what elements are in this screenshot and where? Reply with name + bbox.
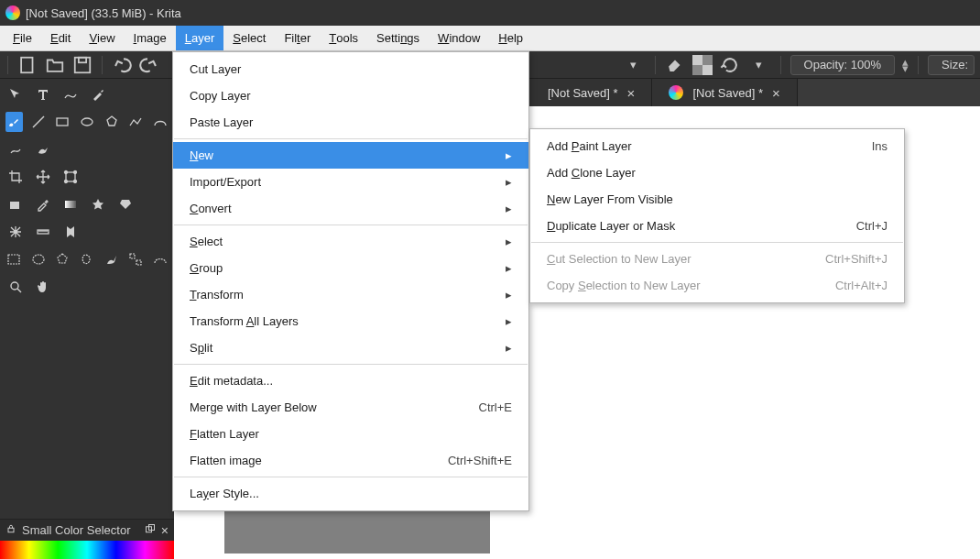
tool-calligraphy-icon[interactable] xyxy=(88,84,108,104)
menu-item-label: Duplicate Layer or Mask xyxy=(547,219,834,233)
tool-crop-icon[interactable] xyxy=(5,167,26,187)
menu-item[interactable]: Group▸ xyxy=(173,255,528,281)
menu-item[interactable]: Add Paint LayerIns xyxy=(530,133,904,159)
menu-item: Cut Selection to New LayerCtrl+Shift+J xyxy=(530,246,904,272)
color-gradient[interactable] xyxy=(0,541,174,559)
menu-item-label: New Layer From Visible xyxy=(547,192,887,206)
opacity-spinner[interactable]: ▴▾ xyxy=(902,59,909,71)
menu-item[interactable]: Import/Export▸ xyxy=(173,169,528,195)
tool-smart-fill-icon[interactable] xyxy=(115,194,136,214)
tool-fill-icon[interactable] xyxy=(5,194,26,214)
menu-item[interactable]: Add Clone Layer xyxy=(530,159,904,186)
menu-item[interactable]: Duplicate Layer or MaskCtrl+J xyxy=(530,213,904,239)
tool-gradient-icon[interactable] xyxy=(60,194,81,214)
tool-pan-icon[interactable] xyxy=(33,277,53,297)
tool-dyna-icon[interactable] xyxy=(33,139,53,159)
tool-freehand-path-icon[interactable] xyxy=(5,139,26,159)
size-slider[interactable]: Size: xyxy=(928,55,975,75)
close-panel-icon[interactable]: × xyxy=(161,523,169,538)
menu-image[interactable]: Image xyxy=(125,26,176,50)
tool-select-contig-icon[interactable] xyxy=(103,249,120,269)
menu-file[interactable]: File xyxy=(4,26,41,50)
tool-brush-icon[interactable] xyxy=(5,112,23,132)
toolbar-open-icon[interactable] xyxy=(45,55,65,75)
tool-select-free-icon[interactable] xyxy=(79,249,96,269)
tool-ellipse-icon[interactable] xyxy=(79,112,96,132)
toolbar-new-icon[interactable] xyxy=(17,55,38,75)
menu-bar: FileEditViewImageLayerSelectFilterToolsS… xyxy=(0,26,980,51)
menu-layer[interactable]: Layer xyxy=(176,26,224,50)
menu-item-label: Edit metadata... xyxy=(190,374,512,388)
menu-settings[interactable]: Settings xyxy=(367,26,429,50)
tool-select-bezier-icon[interactable] xyxy=(151,249,169,269)
submenu-arrow-icon: ▸ xyxy=(506,202,512,215)
tool-edit-shapes-icon[interactable] xyxy=(60,84,81,104)
toolbar-undo-icon[interactable] xyxy=(112,55,132,75)
menu-item[interactable]: Merge with Layer BelowCtrl+E xyxy=(173,394,528,421)
tool-measure-icon[interactable] xyxy=(33,222,53,242)
menu-item[interactable]: Paste Layer xyxy=(173,109,528,136)
menu-item[interactable]: Flatten imageCtrl+Shift+E xyxy=(173,447,528,474)
dropdown-icon[interactable]: ▾ xyxy=(622,55,646,75)
separator xyxy=(655,56,656,74)
menu-edit[interactable]: Edit xyxy=(41,26,80,50)
float-panel-icon[interactable] xyxy=(145,523,156,537)
tool-line-icon[interactable] xyxy=(30,112,48,132)
close-icon[interactable]: × xyxy=(627,85,636,101)
tool-assistants-icon[interactable] xyxy=(5,222,26,242)
menu-help[interactable]: Help xyxy=(489,26,532,50)
menu-tools[interactable]: Tools xyxy=(320,26,367,50)
tool-rectangle-icon[interactable] xyxy=(54,112,71,132)
toolbar-save-icon[interactable] xyxy=(72,55,93,75)
reload-preset-icon[interactable] xyxy=(720,55,740,75)
menu-item[interactable]: Transform All Layers▸ xyxy=(173,308,528,334)
tool-bezier-icon[interactable] xyxy=(151,112,169,132)
tool-transform-icon[interactable] xyxy=(5,84,26,104)
svg-point-17 xyxy=(33,255,44,264)
menu-item[interactable]: New Layer From Visible xyxy=(530,186,904,213)
menu-item[interactable]: Transform▸ xyxy=(173,281,528,308)
menu-item[interactable]: Split▸ xyxy=(173,334,528,361)
document-tab[interactable]: [Not Saved] * × xyxy=(652,79,797,106)
menu-item[interactable]: Cut Layer xyxy=(173,56,528,82)
menu-item[interactable]: Layer Style... xyxy=(173,480,528,507)
close-icon[interactable]: × xyxy=(772,85,780,101)
tool-pattern-icon[interactable] xyxy=(88,194,108,214)
menu-item[interactable]: Convert▸ xyxy=(173,195,528,222)
submenu-arrow-icon: ▸ xyxy=(506,235,512,248)
menu-item-label: Group xyxy=(190,261,484,275)
dropdown-icon[interactable]: ▾ xyxy=(747,55,771,75)
small-color-selector-panel-header[interactable]: Small Color Selector × xyxy=(0,519,174,541)
tool-move-icon[interactable] xyxy=(33,167,53,187)
tool-polygon-icon[interactable] xyxy=(103,112,120,132)
tool-polyline-icon[interactable] xyxy=(127,112,145,132)
menu-item[interactable]: New▸ xyxy=(173,142,528,169)
menu-item[interactable]: Edit metadata... xyxy=(173,367,528,394)
menu-view[interactable]: View xyxy=(80,26,124,50)
eraser-mode-icon[interactable] xyxy=(665,55,685,75)
tool-zoom-icon[interactable] xyxy=(5,277,26,297)
menu-item[interactable]: Select▸ xyxy=(173,228,528,255)
opacity-slider[interactable]: Opacity: 100% xyxy=(790,55,896,75)
doc-tab-label: [Not Saved] * xyxy=(692,86,763,100)
tool-color-picker-icon[interactable] xyxy=(33,194,53,214)
menu-item[interactable]: Flatten Layer xyxy=(173,421,528,447)
menu-select[interactable]: Select xyxy=(223,26,275,50)
document-tab[interactable]: [Not Saved] * × xyxy=(531,79,652,106)
tool-select-ellipse-icon[interactable] xyxy=(30,249,48,269)
tool-select-poly-icon[interactable] xyxy=(54,249,71,269)
tool-text-icon[interactable] xyxy=(33,84,53,104)
tool-select-rect-icon[interactable] xyxy=(5,249,23,269)
tool-reference-icon[interactable] xyxy=(60,222,81,242)
toolbar-redo-icon[interactable] xyxy=(139,55,159,75)
svg-rect-1 xyxy=(75,57,91,72)
menu-window[interactable]: Window xyxy=(429,26,489,50)
menu-filter[interactable]: Filter xyxy=(275,26,320,50)
svg-point-9 xyxy=(65,171,68,174)
menu-item[interactable]: Copy Layer xyxy=(173,82,528,109)
tool-select-similar-icon[interactable] xyxy=(127,249,145,269)
tool-transform2-icon[interactable] xyxy=(60,167,81,187)
alpha-lock-icon[interactable] xyxy=(692,55,713,75)
submenu-arrow-icon: ▸ xyxy=(506,288,512,301)
submenu-arrow-icon: ▸ xyxy=(506,175,512,189)
